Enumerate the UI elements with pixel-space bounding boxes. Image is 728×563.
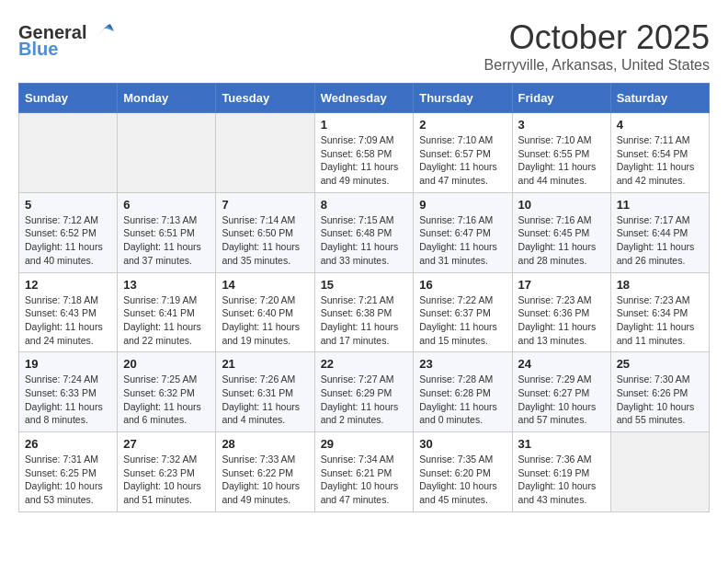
day-number: 1 xyxy=(321,118,408,132)
calendar-cell xyxy=(118,113,216,193)
calendar-cell: 26Sunrise: 7:31 AM Sunset: 6:25 PM Dayli… xyxy=(19,432,118,512)
calendar-cell: 25Sunrise: 7:30 AM Sunset: 6:26 PM Dayli… xyxy=(610,352,709,432)
calendar-cell: 30Sunrise: 7:35 AM Sunset: 6:20 PM Dayli… xyxy=(414,432,512,512)
day-number: 23 xyxy=(419,357,506,371)
weekday-header: Tuesday xyxy=(216,84,314,113)
day-info: Sunrise: 7:26 AM Sunset: 6:31 PM Dayligh… xyxy=(222,373,308,427)
calendar-cell: 28Sunrise: 7:33 AM Sunset: 6:22 PM Dayli… xyxy=(216,432,314,512)
calendar-cell: 22Sunrise: 7:27 AM Sunset: 6:29 PM Dayli… xyxy=(314,352,414,432)
calendar-cell: 16Sunrise: 7:22 AM Sunset: 6:37 PM Dayli… xyxy=(414,272,512,352)
day-info: Sunrise: 7:23 AM Sunset: 6:34 PM Dayligh… xyxy=(617,293,703,348)
calendar-week-row: 5Sunrise: 7:12 AM Sunset: 6:52 PM Daylig… xyxy=(19,192,710,272)
day-info: Sunrise: 7:28 AM Sunset: 6:28 PM Dayligh… xyxy=(419,373,506,427)
day-number: 26 xyxy=(25,437,111,451)
day-info: Sunrise: 7:36 AM Sunset: 6:19 PM Dayligh… xyxy=(518,453,605,507)
day-info: Sunrise: 7:15 AM Sunset: 6:48 PM Dayligh… xyxy=(321,213,408,268)
calendar-cell: 8Sunrise: 7:15 AM Sunset: 6:48 PM Daylig… xyxy=(314,192,414,272)
calendar-cell: 4Sunrise: 7:11 AM Sunset: 6:54 PM Daylig… xyxy=(610,113,709,193)
day-number: 14 xyxy=(222,278,308,292)
calendar-cell: 10Sunrise: 7:16 AM Sunset: 6:45 PM Dayli… xyxy=(512,192,610,272)
calendar-cell: 29Sunrise: 7:34 AM Sunset: 6:21 PM Dayli… xyxy=(314,432,414,512)
day-number: 2 xyxy=(419,118,506,132)
day-number: 18 xyxy=(617,278,703,292)
calendar-cell: 13Sunrise: 7:19 AM Sunset: 6:41 PM Dayli… xyxy=(118,272,216,352)
weekday-header: Thursday xyxy=(414,84,512,113)
day-number: 21 xyxy=(222,357,308,371)
weekday-header: Sunday xyxy=(19,84,118,113)
day-info: Sunrise: 7:35 AM Sunset: 6:20 PM Dayligh… xyxy=(419,453,506,507)
calendar-cell: 3Sunrise: 7:10 AM Sunset: 6:55 PM Daylig… xyxy=(512,113,610,193)
day-number: 19 xyxy=(25,357,111,371)
logo-bird-icon xyxy=(88,18,116,46)
logo-blue: Blue xyxy=(18,39,58,60)
day-number: 4 xyxy=(617,118,703,132)
day-number: 31 xyxy=(518,437,605,451)
day-info: Sunrise: 7:16 AM Sunset: 6:47 PM Dayligh… xyxy=(419,213,506,268)
month-title: October 2025 xyxy=(484,18,710,57)
calendar-cell: 27Sunrise: 7:32 AM Sunset: 6:23 PM Dayli… xyxy=(118,432,216,512)
calendar-week-row: 19Sunrise: 7:24 AM Sunset: 6:33 PM Dayli… xyxy=(19,352,710,432)
calendar-cell: 9Sunrise: 7:16 AM Sunset: 6:47 PM Daylig… xyxy=(414,192,512,272)
calendar-cell: 15Sunrise: 7:21 AM Sunset: 6:38 PM Dayli… xyxy=(314,272,414,352)
calendar-cell: 31Sunrise: 7:36 AM Sunset: 6:19 PM Dayli… xyxy=(512,432,610,512)
day-info: Sunrise: 7:33 AM Sunset: 6:22 PM Dayligh… xyxy=(222,453,308,507)
calendar-cell: 14Sunrise: 7:20 AM Sunset: 6:40 PM Dayli… xyxy=(216,272,314,352)
day-number: 30 xyxy=(419,437,506,451)
day-info: Sunrise: 7:22 AM Sunset: 6:37 PM Dayligh… xyxy=(419,293,506,348)
calendar-cell: 11Sunrise: 7:17 AM Sunset: 6:44 PM Dayli… xyxy=(610,192,709,272)
logo: General Blue xyxy=(18,18,116,60)
weekday-header: Monday xyxy=(118,84,216,113)
weekday-header: Saturday xyxy=(610,84,709,113)
day-number: 29 xyxy=(321,437,408,451)
day-info: Sunrise: 7:20 AM Sunset: 6:40 PM Dayligh… xyxy=(222,293,308,348)
calendar-cell: 24Sunrise: 7:29 AM Sunset: 6:27 PM Dayli… xyxy=(512,352,610,432)
calendar-cell: 21Sunrise: 7:26 AM Sunset: 6:31 PM Dayli… xyxy=(216,352,314,432)
day-number: 8 xyxy=(321,198,408,212)
calendar-cell: 19Sunrise: 7:24 AM Sunset: 6:33 PM Dayli… xyxy=(19,352,118,432)
day-number: 7 xyxy=(222,198,308,212)
day-number: 13 xyxy=(123,278,210,292)
day-number: 25 xyxy=(617,357,703,371)
day-number: 20 xyxy=(123,357,210,371)
day-info: Sunrise: 7:23 AM Sunset: 6:36 PM Dayligh… xyxy=(518,293,605,348)
day-number: 24 xyxy=(518,357,605,371)
day-number: 12 xyxy=(25,278,111,292)
calendar-cell: 7Sunrise: 7:14 AM Sunset: 6:50 PM Daylig… xyxy=(216,192,314,272)
day-info: Sunrise: 7:10 AM Sunset: 6:57 PM Dayligh… xyxy=(419,133,506,188)
day-number: 22 xyxy=(321,357,408,371)
calendar-week-row: 26Sunrise: 7:31 AM Sunset: 6:25 PM Dayli… xyxy=(19,432,710,512)
day-info: Sunrise: 7:09 AM Sunset: 6:58 PM Dayligh… xyxy=(321,133,408,188)
day-info: Sunrise: 7:29 AM Sunset: 6:27 PM Dayligh… xyxy=(518,373,605,427)
day-info: Sunrise: 7:25 AM Sunset: 6:32 PM Dayligh… xyxy=(123,373,210,427)
day-info: Sunrise: 7:27 AM Sunset: 6:29 PM Dayligh… xyxy=(321,373,408,427)
day-number: 10 xyxy=(518,198,605,212)
calendar-cell: 1Sunrise: 7:09 AM Sunset: 6:58 PM Daylig… xyxy=(314,113,414,193)
calendar-cell: 23Sunrise: 7:28 AM Sunset: 6:28 PM Dayli… xyxy=(414,352,512,432)
day-info: Sunrise: 7:24 AM Sunset: 6:33 PM Dayligh… xyxy=(25,373,111,427)
day-info: Sunrise: 7:10 AM Sunset: 6:55 PM Dayligh… xyxy=(518,133,605,188)
day-info: Sunrise: 7:14 AM Sunset: 6:50 PM Dayligh… xyxy=(222,213,308,268)
day-info: Sunrise: 7:32 AM Sunset: 6:23 PM Dayligh… xyxy=(123,453,210,507)
day-info: Sunrise: 7:21 AM Sunset: 6:38 PM Dayligh… xyxy=(321,293,408,348)
calendar-cell: 12Sunrise: 7:18 AM Sunset: 6:43 PM Dayli… xyxy=(19,272,118,352)
weekday-header: Wednesday xyxy=(314,84,414,113)
calendar-cell: 18Sunrise: 7:23 AM Sunset: 6:34 PM Dayli… xyxy=(610,272,709,352)
calendar-cell: 17Sunrise: 7:23 AM Sunset: 6:36 PM Dayli… xyxy=(512,272,610,352)
calendar-cell: 6Sunrise: 7:13 AM Sunset: 6:51 PM Daylig… xyxy=(118,192,216,272)
day-info: Sunrise: 7:34 AM Sunset: 6:21 PM Dayligh… xyxy=(321,453,408,507)
calendar-week-row: 1Sunrise: 7:09 AM Sunset: 6:58 PM Daylig… xyxy=(19,113,710,193)
day-info: Sunrise: 7:31 AM Sunset: 6:25 PM Dayligh… xyxy=(25,453,111,507)
day-number: 15 xyxy=(321,278,408,292)
day-info: Sunrise: 7:30 AM Sunset: 6:26 PM Dayligh… xyxy=(617,373,703,427)
day-number: 17 xyxy=(518,278,605,292)
day-info: Sunrise: 7:17 AM Sunset: 6:44 PM Dayligh… xyxy=(617,213,703,268)
day-number: 5 xyxy=(25,198,111,212)
day-number: 16 xyxy=(419,278,506,292)
calendar-cell: 5Sunrise: 7:12 AM Sunset: 6:52 PM Daylig… xyxy=(19,192,118,272)
day-number: 27 xyxy=(123,437,210,451)
day-info: Sunrise: 7:12 AM Sunset: 6:52 PM Dayligh… xyxy=(25,213,111,268)
location-title: Berryville, Arkansas, United States xyxy=(484,57,710,74)
calendar-cell xyxy=(610,432,709,512)
day-info: Sunrise: 7:11 AM Sunset: 6:54 PM Dayligh… xyxy=(617,133,703,188)
calendar-cell xyxy=(19,113,118,193)
